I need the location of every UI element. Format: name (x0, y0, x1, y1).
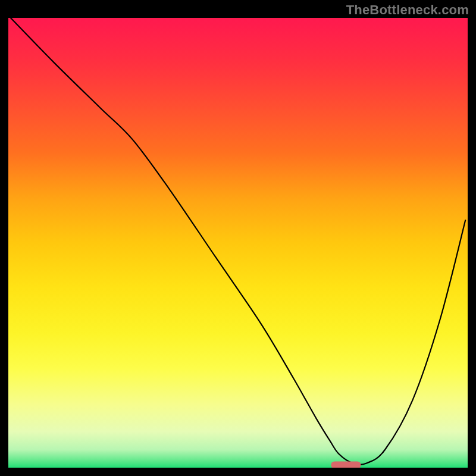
chart-frame (8, 18, 468, 468)
watermark-text: TheBottleneck.com (346, 2, 469, 18)
optimal-marker (331, 461, 361, 468)
bottleneck-chart (8, 18, 468, 468)
